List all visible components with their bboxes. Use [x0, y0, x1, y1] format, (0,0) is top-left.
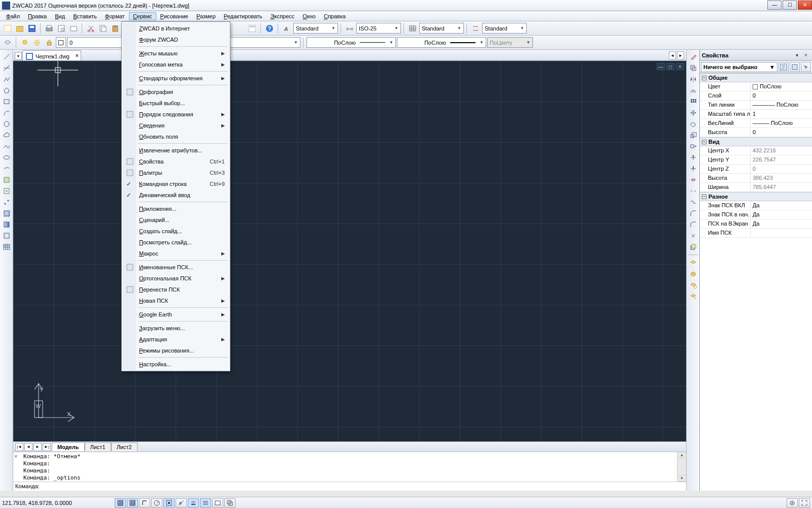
menu-файл[interactable]: Файл [2, 12, 24, 20]
fullscreen-icon[interactable] [799, 498, 810, 507]
menu-item[interactable]: Создать слайд... [123, 226, 229, 237]
pickadd-icon[interactable] [790, 62, 800, 72]
rectangle-icon[interactable] [1, 97, 12, 107]
polyline-icon[interactable] [1, 74, 12, 84]
model-toggle[interactable] [212, 498, 223, 507]
layer-on-icon[interactable] [19, 37, 30, 48]
table-style-icon[interactable] [407, 23, 418, 34]
prop-row[interactable]: ВесЛиний——— ПоСлою [700, 119, 812, 128]
insert-block-icon[interactable] [1, 175, 12, 185]
prop-group[interactable]: −Разное [700, 192, 812, 201]
menu-item[interactable]: Посмотреть слайд... [123, 237, 229, 248]
move-icon[interactable] [688, 108, 699, 118]
spline-icon[interactable] [1, 141, 12, 151]
scroll-up-icon[interactable]: ▲ [678, 452, 686, 458]
document-tab[interactable]: ▼ Чертеж1.dwg × [22, 50, 81, 60]
menu-правка[interactable]: Правка [24, 12, 51, 20]
drawing-canvas[interactable]: — □ × Y X W [13, 61, 686, 441]
mirror-icon[interactable] [688, 74, 699, 84]
array-icon[interactable] [688, 97, 699, 107]
viewport-max-icon[interactable]: □ [666, 63, 674, 70]
tab-sheet1[interactable]: Лист1 [85, 442, 111, 451]
prop-row[interactable]: Высота386.423 [700, 174, 812, 183]
gradient-icon[interactable] [1, 219, 12, 230]
menu-item[interactable]: Стандарты оформления▶ [123, 73, 229, 84]
point-icon[interactable] [1, 197, 12, 207]
erase-icon[interactable] [688, 52, 699, 62]
prop-row[interactable]: Знак ПСК в нач. ...Да [700, 210, 812, 219]
extend-icon[interactable] [688, 164, 699, 174]
prop-row[interactable]: Слой0 [700, 91, 812, 101]
selection-combo[interactable]: Ничего не выбрано▼ [701, 62, 777, 72]
layer-lock-icon[interactable] [44, 37, 55, 48]
viewport-close-icon[interactable]: × [676, 63, 684, 70]
offset-icon[interactable] [688, 85, 699, 96]
break-point-icon[interactable] [688, 175, 699, 185]
make-block-icon[interactable] [1, 186, 12, 196]
maximize-button[interactable]: ☐ [783, 1, 797, 10]
menu-рисование[interactable]: Рисование [156, 12, 192, 20]
layer-color-swatch[interactable] [56, 37, 66, 48]
menu-item[interactable]: Порядок следования▶ [123, 109, 229, 120]
panel-menu-icon[interactable]: ▾ [793, 52, 801, 59]
revcloud-icon[interactable] [1, 130, 12, 140]
open-button[interactable] [14, 23, 25, 34]
selectobj-icon[interactable] [801, 62, 811, 72]
tab-sheet2[interactable]: Лист2 [111, 442, 138, 451]
minimize-button[interactable]: — [767, 1, 782, 10]
text-style-combo[interactable]: Standard▼ [293, 23, 338, 34]
tab-scroll-left-icon[interactable]: ◄ [669, 51, 676, 59]
menu-item[interactable]: Загрузить меню... [123, 323, 229, 334]
prop-row[interactable]: ПСК на ВЭкранДа [700, 219, 812, 229]
prop-row[interactable]: Знак ПСК ВКЛДа [700, 201, 812, 210]
scroll-down-icon[interactable]: ▼ [678, 475, 686, 482]
ellipse-arc-icon[interactable] [1, 164, 12, 174]
new-button[interactable] [2, 23, 13, 34]
prop-row[interactable]: Тип линии———— ПоСлою [700, 101, 812, 110]
print-preview-button[interactable] [56, 23, 67, 34]
menu-экспресс[interactable]: Экспресс [266, 12, 299, 20]
join-icon[interactable] [688, 197, 699, 207]
ellipse-icon[interactable] [1, 152, 12, 163]
layout-prev-icon[interactable]: ◄ [24, 443, 32, 451]
layout-last-icon[interactable]: ►| [43, 443, 51, 451]
layer-tool2-icon[interactable] [688, 269, 699, 279]
osnap-toggle[interactable] [163, 498, 175, 507]
quickselect-icon[interactable] [779, 62, 789, 72]
menu-item[interactable]: Google Earth▶ [123, 309, 229, 320]
prop-row[interactable]: Имя ПСК [700, 229, 812, 238]
settings-icon[interactable] [787, 498, 798, 507]
menu-item[interactable]: ✓Динамический ввод [123, 189, 229, 201]
dim-style-icon[interactable] [344, 23, 355, 34]
command-input[interactable]: Команда: [13, 482, 686, 491]
prop-row[interactable]: Центр Z0 [700, 165, 812, 174]
print-button[interactable] [44, 23, 55, 34]
properties-toggle-button[interactable] [247, 23, 258, 34]
menu-item[interactable]: Голосовая метка▶ [123, 59, 229, 70]
dyn-toggle[interactable] [200, 498, 211, 507]
menu-item[interactable]: Ортогональная ПСК▶ [123, 273, 229, 284]
fillet-icon[interactable] [688, 219, 699, 230]
dim-style-combo[interactable]: ISO-25▼ [356, 23, 401, 34]
xline-icon[interactable] [1, 63, 12, 73]
layer-tool1-icon[interactable] [688, 258, 699, 268]
menu-item[interactable]: ✓СвойстваCtrl+1 [123, 156, 229, 167]
grid-toggle[interactable] [127, 498, 138, 507]
menu-размер[interactable]: Размер [192, 12, 220, 20]
snap-toggle[interactable] [115, 498, 126, 507]
menu-item[interactable]: ✓Командная строкаCtrl+9 [123, 178, 229, 189]
menu-item[interactable]: Макрос▶ [123, 248, 229, 259]
layer-freeze-icon[interactable] [31, 37, 43, 48]
otrack-toggle[interactable] [176, 498, 187, 507]
explode-icon[interactable] [688, 231, 699, 241]
break-icon[interactable] [688, 186, 699, 196]
menu-item[interactable]: ZWCAD в Интернет [123, 23, 229, 34]
cmdline-close-icon[interactable]: × [13, 452, 21, 482]
stretch-icon[interactable] [688, 141, 699, 151]
lineweight-combo[interactable]: ПоСлою▼ [397, 37, 486, 48]
region-icon[interactable] [1, 231, 12, 241]
close-button[interactable]: ✕ [798, 1, 812, 10]
hatch-icon[interactable] [1, 208, 12, 218]
prop-row[interactable]: Центр X432.2216 [700, 146, 812, 155]
arc-icon[interactable] [1, 108, 12, 118]
